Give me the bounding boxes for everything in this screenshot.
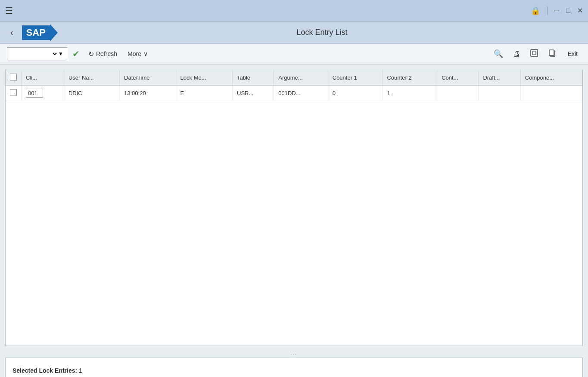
- sap-header: ‹ SAP Lock Entry List: [0, 22, 588, 44]
- col-argument: Argume...: [274, 70, 328, 86]
- col-client: Cli...: [22, 70, 64, 86]
- cell-client: 001: [22, 86, 64, 101]
- exit-button[interactable]: Exit: [564, 49, 581, 59]
- lock-icon: 🔒: [531, 6, 540, 15]
- table-header-row: Cli... User Na... Date/Time Lock Mo... T…: [6, 70, 582, 86]
- col-username: User Na...: [64, 70, 119, 86]
- page-title: Lock Entry List: [63, 28, 581, 37]
- refresh-label: Refresh: [96, 50, 117, 57]
- title-bar: ☰ 🔒 ─ □ ✕: [0, 0, 588, 22]
- print-button[interactable]: 🖨: [511, 48, 522, 60]
- hamburger-menu-icon[interactable]: ☰: [5, 6, 13, 16]
- search-button[interactable]: 🔍: [492, 47, 505, 60]
- cell-username: DDIC: [64, 86, 119, 101]
- cell-argument: 001DD...: [274, 86, 328, 101]
- col-select: [6, 70, 22, 86]
- more-chevron-icon: ∨: [143, 50, 148, 57]
- status-label: Selected Lock Entries:: [12, 367, 77, 374]
- status-text: Selected Lock Entries: 1: [12, 367, 82, 374]
- exit-label: Exit: [568, 50, 578, 57]
- col-table: Table: [233, 70, 274, 86]
- more-button[interactable]: More ∨: [124, 49, 151, 59]
- expand-button[interactable]: [528, 47, 540, 61]
- minimize-button[interactable]: ─: [554, 7, 559, 15]
- back-button[interactable]: ‹: [7, 26, 17, 39]
- select-all-checkbox[interactable]: [10, 74, 17, 80]
- cell-table: USR...: [233, 86, 274, 101]
- table-row[interactable]: 001DDIC13:00:20EUSR...001DD...01: [6, 86, 582, 101]
- close-button[interactable]: ✕: [577, 6, 583, 15]
- more-label: More: [128, 50, 141, 57]
- copy-button[interactable]: [546, 47, 558, 61]
- chevron-down-icon: ▼: [58, 51, 63, 57]
- cell-datetime: 13:00:20: [120, 86, 176, 101]
- svg-rect-1: [532, 51, 536, 55]
- col-lockmode: Lock Mo...: [176, 70, 232, 86]
- cell-lockmode: E: [176, 86, 232, 101]
- resize-handle[interactable]: ···: [0, 351, 588, 358]
- row-checkbox[interactable]: [10, 89, 17, 96]
- svg-rect-0: [531, 49, 538, 56]
- cell-counter1: 0: [328, 86, 383, 101]
- sap-logo: SAP: [22, 24, 58, 41]
- lock-entries-table: Cli... User Na... Date/Time Lock Mo... T…: [6, 70, 582, 101]
- cell-draft: [479, 86, 520, 101]
- sap-logo-text: SAP: [22, 25, 50, 40]
- cell-counter2: 1: [383, 86, 437, 101]
- col-component: Compone...: [520, 70, 582, 86]
- check-button[interactable]: ✔: [71, 47, 81, 61]
- refresh-button[interactable]: ↻ Refresh: [85, 48, 121, 60]
- cell-component: [520, 86, 582, 101]
- toolbar-select[interactable]: [11, 50, 58, 58]
- col-cont: Cont...: [437, 70, 479, 86]
- svg-rect-3: [549, 50, 554, 56]
- status-value: 1: [79, 367, 82, 374]
- toolbar-dropdown[interactable]: ▼: [7, 47, 67, 60]
- status-bar: Selected Lock Entries: 1: [5, 358, 583, 377]
- row-select-cell: [6, 86, 22, 101]
- col-draft: Draft...: [479, 70, 520, 86]
- toolbar-right: 🔍 🖨 Exit: [492, 47, 581, 61]
- divider: [547, 6, 548, 15]
- table-container: Cli... User Na... Date/Time Lock Mo... T…: [5, 70, 583, 346]
- cell-cont: [437, 86, 479, 101]
- col-datetime: Date/Time: [120, 70, 176, 86]
- col-counter1: Counter 1: [328, 70, 383, 86]
- refresh-icon: ↻: [88, 50, 94, 58]
- maximize-button[interactable]: □: [566, 7, 570, 15]
- col-counter2: Counter 2: [383, 70, 437, 86]
- sap-logo-triangle: [50, 24, 58, 41]
- toolbar: ▼ ✔ ↻ Refresh More ∨ 🔍 🖨 Exit: [0, 44, 588, 65]
- main-content: Cli... User Na... Date/Time Lock Mo... T…: [0, 65, 588, 351]
- table-body: 001DDIC13:00:20EUSR...001DD...01: [6, 86, 582, 101]
